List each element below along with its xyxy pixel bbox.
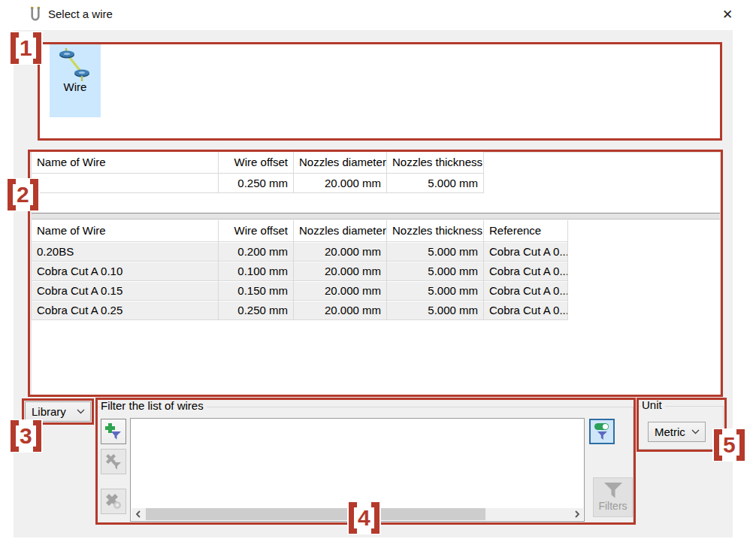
library-dropdown-value: Library [26,405,74,418]
window-title: Select a wire [48,8,113,20]
cell-diameter: 20.000 mm [294,300,387,319]
table-splitter[interactable] [32,213,720,219]
bracket-right [736,429,745,461]
cell-offset: 0.150 mm [219,280,294,300]
cell-offset: 0.200 mm [219,241,294,261]
table-row[interactable]: Cobra Cut A 0.15 0.150 mm 20.000 mm 5.00… [32,280,568,300]
wire-item-label: Wire [64,80,87,93]
cell-reference: Cobra Cut A 0... [484,280,568,300]
table-row[interactable]: Cobra Cut A 0.10 0.100 mm 20.000 mm 5.00… [32,261,568,280]
clear-filter-icon [105,493,122,510]
column-header[interactable]: Nozzles thickness [387,220,484,241]
chevron-down-icon [688,429,705,434]
cell-offset: 0.250 mm [219,173,294,192]
add-filter-icon [105,423,122,440]
tables-panel: Name of Wire Wire offset Nozzles diamete… [31,152,721,395]
cell-reference: Cobra Cut A 0... [484,241,568,261]
cell-offset: 0.250 mm [219,300,294,319]
clear-filter-button[interactable] [101,489,126,514]
close-button[interactable]: ✕ [705,0,750,29]
table-header-row: Name of Wire Wire offset Nozzles diamete… [32,152,484,173]
annotation-label-1: 1 [9,32,43,65]
cell-thickness: 5.000 mm [387,300,484,319]
bracket-left [11,32,19,64]
cell-thickness: 5.000 mm [387,261,484,280]
table-row[interactable]: Cobra Cut A 0.25 0.250 mm 20.000 mm 5.00… [32,300,568,319]
cell-diameter: 20.000 mm [294,280,387,300]
unit-group-label: Unit [641,398,665,411]
scroll-left-icon[interactable] [132,508,144,520]
cell-name [32,173,219,192]
wire-type-panel: Wire [40,44,720,138]
column-header[interactable]: Wire offset [219,152,294,173]
column-header[interactable]: Nozzles diameter [294,152,387,173]
scrollbar-thumb[interactable] [146,508,485,520]
scroll-right-icon[interactable] [570,508,583,520]
bracket-left [349,502,357,534]
cell-diameter: 20.000 mm [294,241,387,261]
toggle-filter-icon [593,422,611,440]
annotation-number: 5 [723,429,736,461]
bracket-left [8,179,16,210]
title-bar: Select a wire ✕ [0,0,756,30]
cell-offset: 0.100 mm [219,261,294,280]
filters-button-label: Filters [598,500,627,512]
column-header[interactable]: Nozzles thickness [387,152,484,173]
cell-name: Cobra Cut A 0.15 [32,280,219,300]
annotation-label-2: 2 [6,178,40,211]
annotation-label-4: 4 [347,501,381,534]
column-header[interactable]: Reference [484,220,568,241]
annotation-number: 3 [20,420,32,452]
table-header-row: Name of Wire Wire offset Nozzles diamete… [32,220,568,241]
cell-reference: Cobra Cut A 0... [484,300,568,319]
column-header[interactable]: Nozzles diameter [294,220,387,241]
selected-wire-row[interactable]: 0.250 mm 20.000 mm 5.000 mm [32,173,484,192]
remove-filter-icon [105,453,122,470]
bracket-right [33,32,41,64]
cell-diameter: 20.000 mm [294,261,387,280]
cell-diameter: 20.000 mm [294,173,387,192]
selected-wire-table: Name of Wire Wire offset Nozzles diamete… [31,152,484,193]
wire-staple-icon [30,7,41,23]
table-row[interactable]: 0.20BS 0.200 mm 20.000 mm 5.000 mm Cobra… [32,241,568,261]
annotation-number: 2 [17,179,29,210]
filter-group-label: Filter the list of wires [100,399,207,412]
library-dropdown[interactable]: Library [25,401,91,422]
cell-thickness: 5.000 mm [387,173,484,192]
cell-name: Cobra Cut A 0.25 [32,300,219,319]
cell-thickness: 5.000 mm [387,280,484,300]
unit-dropdown-value: Metric [649,425,688,438]
cell-thickness: 5.000 mm [387,241,484,261]
column-header[interactable]: Name of Wire [32,152,219,173]
bracket-right [33,420,41,452]
annotation-number: 4 [358,502,370,534]
funnel-icon [603,483,623,498]
cell-name: Cobra Cut A 0.10 [32,261,219,280]
cell-name: 0.20BS [32,241,219,261]
cell-reference: Cobra Cut A 0... [484,261,568,280]
wire-item[interactable]: Wire [50,44,101,117]
bracket-right [30,179,38,210]
column-header[interactable]: Wire offset [219,220,294,241]
annotation-number: 1 [20,32,32,64]
wires-list-table: Name of Wire Wire offset Nozzles diamete… [31,220,568,320]
wire-spool-icon [59,47,92,82]
unit-dropdown[interactable]: Metric [648,422,706,442]
bracket-left [11,420,19,452]
filters-button[interactable]: Filters [593,477,633,517]
column-header[interactable]: Name of Wire [32,220,219,241]
toggle-filter-button[interactable] [589,419,615,444]
add-filter-button[interactable] [101,419,126,444]
screenshot-stage: Select a wire ✕ Wire Name of W [0,0,756,551]
bracket-left [714,429,722,461]
remove-filter-button[interactable] [101,449,126,474]
chevron-down-icon [74,409,90,414]
annotation-label-5: 5 [712,428,746,462]
bracket-right [371,502,380,534]
annotation-label-3: 3 [9,419,43,453]
